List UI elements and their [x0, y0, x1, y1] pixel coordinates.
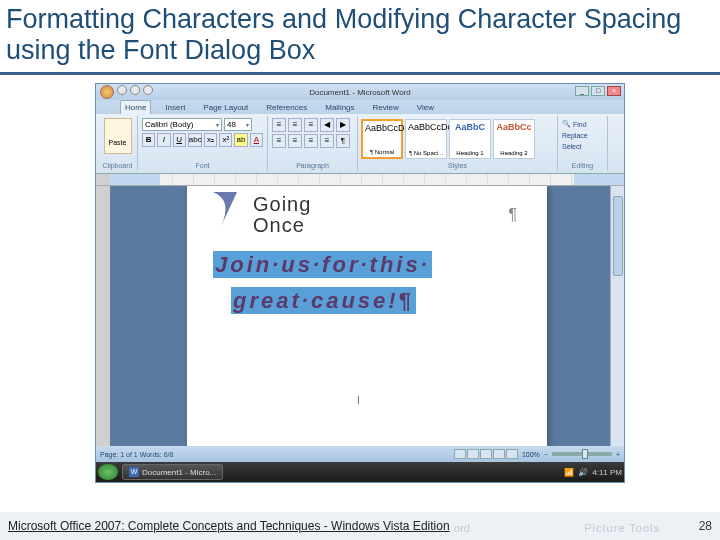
- tray-icon[interactable]: 🔊: [578, 468, 588, 477]
- bullets-button[interactable]: ≡: [272, 118, 286, 132]
- zoom-slider-thumb[interactable]: [582, 449, 588, 459]
- selected-text[interactable]: Join·us·for·this·: [213, 251, 432, 278]
- qat-undo[interactable]: [130, 85, 140, 95]
- page[interactable]: Going Once ¶ Join·us·for·this· great·cau…: [187, 186, 547, 446]
- paragraph-mark-icon: ¶: [508, 206, 517, 224]
- align-center-button[interactable]: ≡: [288, 134, 302, 148]
- qat-save[interactable]: [117, 85, 127, 95]
- tab-view[interactable]: View: [413, 101, 438, 114]
- select-label: Select: [562, 143, 581, 150]
- status-right: 100% − +: [454, 449, 620, 459]
- align-left-button[interactable]: ≡: [272, 134, 286, 148]
- style-heading2[interactable]: AaBbCc Heading 2: [493, 119, 535, 159]
- strike-button[interactable]: abc: [188, 133, 202, 147]
- tab-references[interactable]: References: [262, 101, 311, 114]
- paragraph-label: Paragraph: [272, 162, 353, 169]
- tab-insert[interactable]: Insert: [161, 101, 189, 114]
- tray-icon[interactable]: 📶: [564, 468, 574, 477]
- tab-mailings[interactable]: Mailings: [321, 101, 358, 114]
- doc-text-line1: Join·us·for·this·: [213, 252, 527, 278]
- zoom-slider[interactable]: [552, 452, 612, 456]
- doc-text-line2: great·cause!¶: [213, 288, 527, 314]
- chevron-down-icon: ▾: [246, 121, 249, 128]
- superscript-button[interactable]: x²: [219, 133, 232, 147]
- swoosh-graphic: [209, 188, 241, 228]
- close-button[interactable]: ×: [607, 86, 621, 96]
- show-marks-button[interactable]: ¶: [336, 134, 350, 148]
- doc-heading-line2: Once: [253, 215, 527, 236]
- status-page-words: Page: 1 of 1 Words: 6/8: [100, 451, 173, 458]
- chevron-down-icon: ▾: [216, 121, 219, 128]
- editing-group: 🔍Find Replace Select Editing: [558, 116, 608, 171]
- find-button[interactable]: 🔍Find: [562, 120, 603, 128]
- font-color-button[interactable]: A: [250, 133, 263, 147]
- style-preview: AaBbC: [452, 122, 488, 132]
- indent-dec-button[interactable]: ◀: [320, 118, 334, 132]
- style-no-spacing[interactable]: AaBbCcDc ¶ No Spaci...: [405, 119, 447, 159]
- tray-clock[interactable]: 4:11 PM: [592, 468, 622, 477]
- doc-heading-line1: Going: [253, 194, 527, 215]
- word-icon: W: [129, 467, 139, 477]
- style-preview: AaBbCc: [496, 122, 532, 132]
- ruler-corner: [96, 174, 110, 185]
- ruler-left-margin: [110, 174, 160, 185]
- office-button[interactable]: [100, 85, 114, 99]
- view-print-layout[interactable]: [454, 449, 466, 459]
- view-outline[interactable]: [493, 449, 505, 459]
- font-size-combo[interactable]: 48▾: [224, 118, 252, 131]
- style-name: Heading 1: [452, 150, 488, 156]
- scrollbar-thumb[interactable]: [613, 196, 623, 276]
- word-titlebar: Document1 - Microsoft Word _ □ ×: [96, 84, 624, 100]
- italic-button[interactable]: I: [157, 133, 170, 147]
- align-right-button[interactable]: ≡: [304, 134, 318, 148]
- multilevel-button[interactable]: ≡: [304, 118, 318, 132]
- taskbar-item-label: Document1 - Micro...: [142, 468, 216, 477]
- style-name: Heading 2: [496, 150, 532, 156]
- text-cursor-icon: I: [357, 395, 360, 406]
- clipboard-group: Paste Clipboard: [98, 116, 138, 171]
- bold-button[interactable]: B: [142, 133, 155, 147]
- ruler-vertical[interactable]: [96, 186, 110, 446]
- vertical-scrollbar[interactable]: [610, 186, 624, 446]
- selected-text[interactable]: great·cause!¶: [231, 287, 416, 314]
- numbering-button[interactable]: ≡: [288, 118, 302, 132]
- tab-page-layout[interactable]: Page Layout: [199, 101, 252, 114]
- find-label: Find: [573, 121, 587, 128]
- minimize-button[interactable]: _: [575, 86, 589, 96]
- view-full-screen[interactable]: [467, 449, 479, 459]
- taskbar-word-item[interactable]: W Document1 - Micro...: [122, 464, 223, 480]
- qat-redo[interactable]: [143, 85, 153, 95]
- highlight-button[interactable]: ab: [234, 133, 247, 147]
- subscript-button[interactable]: x₂: [204, 133, 217, 147]
- document-scroll[interactable]: Going Once ¶ Join·us·for·this· great·cau…: [110, 186, 624, 446]
- style-heading1[interactable]: AaBbC Heading 1: [449, 119, 491, 159]
- start-button[interactable]: [98, 464, 118, 480]
- ruler[interactable]: [96, 174, 624, 186]
- clipboard-label: Clipboard: [102, 162, 133, 169]
- slide-title: Formatting Characters and Modifying Char…: [0, 0, 720, 68]
- tab-home[interactable]: Home: [120, 100, 151, 114]
- select-button[interactable]: Select: [562, 143, 603, 150]
- justify-button[interactable]: ≡: [320, 134, 334, 148]
- view-draft[interactable]: [506, 449, 518, 459]
- font-name-combo[interactable]: Calibri (Body)▾: [142, 118, 222, 131]
- view-buttons: [454, 449, 518, 459]
- indent-inc-button[interactable]: ▶: [336, 118, 350, 132]
- style-name: ¶ No Spaci...: [408, 150, 444, 156]
- font-group-label: Font: [142, 162, 263, 169]
- ruler-horizontal[interactable]: [110, 174, 624, 185]
- style-normal[interactable]: AaBbCcDc ¶ Normal: [361, 119, 403, 159]
- paste-button[interactable]: Paste: [104, 118, 132, 154]
- zoom-in-button[interactable]: +: [616, 451, 620, 458]
- zoom-percent[interactable]: 100%: [522, 451, 540, 458]
- ribbon-tabs: Home Insert Page Layout References Maili…: [96, 100, 624, 114]
- maximize-button[interactable]: □: [591, 86, 605, 96]
- editing-label: Editing: [562, 162, 603, 169]
- zoom-out-button[interactable]: −: [544, 451, 548, 458]
- footer-text: Microsoft Office 2007: Complete Concepts…: [8, 519, 450, 533]
- underline-button[interactable]: U: [173, 133, 186, 147]
- tab-review[interactable]: Review: [369, 101, 403, 114]
- word-screenshot: Document1 - Microsoft Word _ □ × Home In…: [95, 83, 625, 483]
- replace-button[interactable]: Replace: [562, 132, 603, 139]
- view-web-layout[interactable]: [480, 449, 492, 459]
